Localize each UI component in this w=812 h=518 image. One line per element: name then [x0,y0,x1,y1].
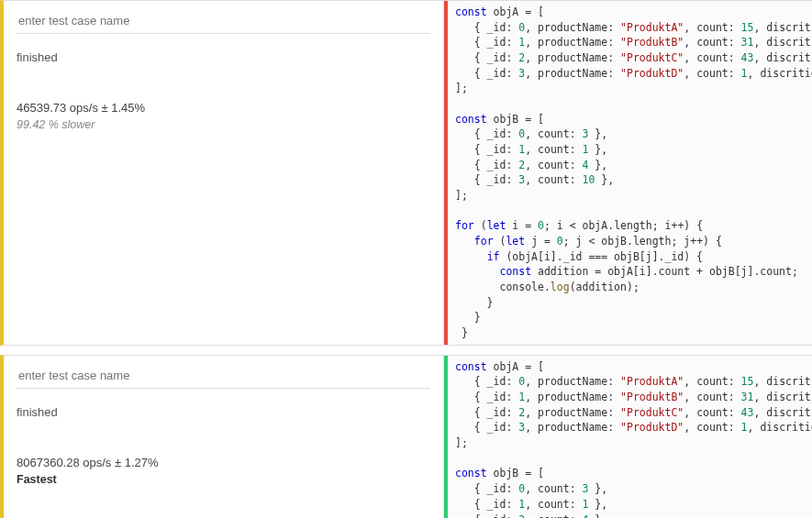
code-pane[interactable]: const objA = [ { _id: 0, productName: "P… [444,1,812,345]
test-status: finished [17,50,430,64]
test-name-input[interactable] [17,363,430,389]
test-case-row: finished 8067360.28 ops/s ± 1.27% Fastes… [0,355,812,518]
test-sub-slower: 99.42 % slower [17,118,430,131]
test-status: finished [17,405,430,419]
test-left-pane: finished 46539.73 ops/s ± 1.45% 99.42 % … [4,1,444,345]
code-pane[interactable]: const objA = [ { _id: 0, productName: "P… [444,356,812,518]
test-left-pane: finished 8067360.28 ops/s ± 1.27% Fastes… [4,356,444,518]
test-ops: 46539.73 ops/s ± 1.45% [17,101,430,115]
test-case-row: finished 46539.73 ops/s ± 1.45% 99.42 % … [0,0,812,346]
test-sub-fastest: Fastest [17,473,430,486]
test-ops: 8067360.28 ops/s ± 1.27% [17,456,430,469]
test-name-input[interactable] [17,8,430,34]
